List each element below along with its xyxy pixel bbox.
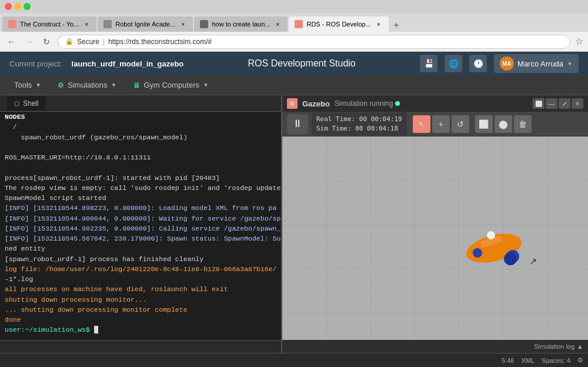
terminal-line-10: spawn_robot_urdf (gazebo_ros/spawn_model…	[5, 132, 276, 142]
simulations-menu-button[interactable]: ⚙ Simulations ▼	[51, 78, 123, 93]
tab-1-close[interactable]: ×	[82, 20, 91, 28]
gazebo-sphere-tool[interactable]: ⬤	[495, 115, 512, 133]
secure-label: Secure	[77, 38, 99, 46]
tab-4-close[interactable]: ×	[375, 20, 383, 28]
gazebo-window-controls: ⬜ — ⤢ ×	[533, 98, 583, 109]
sim-time-value: 00 00:04:18	[355, 125, 398, 132]
terminal-panel: ▢ Shell SUMMARY======= PARAMETERS * /rob…	[0, 95, 282, 353]
spaces-indicator: Spaces: 4	[542, 357, 570, 364]
tools-menu-button[interactable]: Tools ▼	[7, 78, 48, 93]
back-button[interactable]: ←	[5, 35, 18, 48]
settings-icon[interactable]: ⚙	[577, 356, 583, 364]
clock-button[interactable]: 🕐	[469, 55, 487, 72]
gym-computers-dropdown-arrow: ▼	[203, 82, 209, 88]
terminal-body[interactable]: SUMMARY======= PARAMETERS * /robot_descr…	[0, 112, 281, 340]
gazebo-close-button[interactable]: ×	[572, 98, 583, 109]
simulations-label: Simulations	[68, 81, 107, 89]
simulations-icon: ⚙	[58, 81, 64, 89]
terminal-line-17: [INFO] [1532110544.898223, 0.000000]: Lo…	[5, 203, 276, 213]
terminal-line-22: [spawn_robot_urdf-1] process has finishe…	[5, 254, 276, 264]
tools-label: Tools	[14, 81, 32, 89]
gazebo-tool-group: ↖ + ↺	[413, 115, 469, 133]
user-dropdown-arrow: ▼	[567, 61, 573, 67]
address-url: https://rds.theconstructsim.com/#	[108, 38, 212, 46]
tab-4-label: RDS - ROS Develop...	[306, 21, 370, 28]
terminal-line-25: all processes on machine have died, rosl…	[5, 284, 276, 294]
real-time-label: Real Time:	[316, 115, 355, 123]
gazebo-box-tool[interactable]: ⬜	[475, 115, 493, 133]
gazebo-restore-button[interactable]: ⬜	[533, 98, 544, 109]
new-tab-button[interactable]: +	[390, 19, 403, 32]
shell-tab-label: Shell	[23, 99, 39, 108]
gazebo-title: Gazebo	[302, 99, 330, 108]
terminal-line-24: -1*.log	[5, 274, 276, 284]
gazebo-delete-tool[interactable]: 🗑	[514, 115, 532, 133]
save-button[interactable]: 💾	[420, 55, 437, 72]
terminal-line-15: The rosdep view is empty: call 'sudo ros…	[5, 183, 276, 193]
tab-2-close[interactable]: ×	[179, 20, 187, 28]
window-maximize-button[interactable]	[24, 3, 31, 10]
simulation-log-label: Simulation log	[534, 343, 574, 350]
forward-button[interactable]: →	[22, 35, 35, 48]
simulation-log-button[interactable]: Simulation log ▲	[534, 343, 583, 350]
gazebo-pause-button[interactable]: ⏸	[287, 114, 308, 134]
simulations-dropdown-arrow: ▼	[111, 82, 116, 88]
tab-4-favicon	[295, 20, 303, 28]
tab-3[interactable]: how to create laun... ×	[194, 16, 288, 32]
gazebo-grid-svg: ↗	[282, 136, 588, 340]
window-controls	[5, 3, 31, 10]
tab-4[interactable]: RDS - ROS Develop... ×	[289, 16, 388, 32]
language-indicator: XML	[521, 357, 534, 364]
shell-tab[interactable]: ▢ Shell	[7, 96, 46, 111]
address-bar: ← → ↻ 🔒 Secure | https://rds.theconstruc…	[0, 32, 588, 52]
tab-1-favicon	[8, 20, 16, 28]
sim-status-text: Simulation running	[335, 99, 393, 108]
real-time-value: 00 00:04:19	[359, 115, 402, 123]
terminal-status-bar	[0, 340, 281, 353]
gazebo-viewport[interactable]: ↗	[282, 136, 588, 340]
terminal-line-14: process[spawn_robot_urdf-1]: started wit…	[5, 173, 276, 183]
gazebo-rotate-tool[interactable]: ↺	[452, 115, 469, 133]
gazebo-footer: Simulation log ▲	[282, 340, 588, 353]
tab-3-label: how to create laun...	[212, 21, 270, 28]
terminal-tab-bar: ▢ Shell	[0, 95, 281, 112]
real-time-display: Real Time: 00 00:04:19	[316, 115, 402, 124]
gazebo-shape-group: ⬜ ⬤ 🗑	[475, 115, 532, 133]
app-title: ROS Development Studio	[193, 58, 410, 69]
terminal-line-12: ROS_MASTER_URI=http://10.8.0.1:11311	[5, 152, 276, 162]
gazebo-minimize-button[interactable]: —	[546, 98, 557, 109]
tab-3-close[interactable]: ×	[273, 20, 282, 28]
title-bar	[0, 0, 588, 13]
window-minimize-button[interactable]	[14, 3, 21, 10]
terminal-cursor: █	[94, 326, 98, 333]
user-menu-button[interactable]: MA Marco Arruda ▼	[494, 54, 579, 73]
header-right: 💾 🌐 🕐 MA Marco Arruda ▼	[420, 54, 579, 73]
address-right: ☆	[575, 36, 583, 47]
tab-bar: The Construct - Yo... × Robot Ignite Aca…	[0, 13, 588, 32]
terminal-line-11	[5, 142, 276, 152]
window-close-button[interactable]	[5, 3, 12, 10]
toolbar: Tools ▼ ⚙ Simulations ▼ 🖥 Gym Computers …	[0, 75, 588, 95]
gazebo-select-tool[interactable]: ↖	[413, 115, 430, 133]
gym-computers-menu-button[interactable]: 🖥 Gym Computers ▼	[126, 78, 216, 93]
reload-button[interactable]: ↻	[40, 35, 53, 48]
gazebo-expand-button[interactable]: ⤢	[559, 98, 570, 109]
tab-1[interactable]: The Construct - Yo... ×	[2, 16, 96, 32]
tab-2[interactable]: Robot Ignite Acade... ×	[98, 16, 193, 32]
bookmark-button[interactable]: ☆	[575, 36, 583, 47]
gazebo-logo: G	[287, 98, 298, 109]
address-input-container[interactable]: 🔒 Secure | https://rds.theconstructsim.c…	[58, 35, 570, 49]
gazebo-toolbar: ⏸ Real Time: 00 00:04:19 Sim Time: 00 00…	[282, 112, 588, 136]
project-label: Current project:	[9, 59, 62, 68]
tab-2-label: Robot Ignite Acade...	[115, 21, 175, 28]
terminal-line-16: SpawnModel script started	[5, 193, 276, 203]
bottom-bar-right: 5:48 XML Spaces: 4 ⚙	[502, 356, 583, 364]
globe-button[interactable]: 🌐	[445, 55, 462, 72]
terminal-line-23: log file: /home/user/.ros/log/2401220e-8…	[5, 264, 276, 274]
gazebo-add-tool[interactable]: +	[432, 115, 450, 133]
tab-1-label: The Construct - Yo...	[20, 21, 79, 28]
sim-status: Simulation running	[335, 99, 400, 108]
browser-frame: The Construct - Yo... × Robot Ignite Aca…	[0, 0, 588, 367]
user-avatar: MA	[500, 56, 514, 71]
sim-time-label: Sim Time:	[316, 125, 352, 132]
